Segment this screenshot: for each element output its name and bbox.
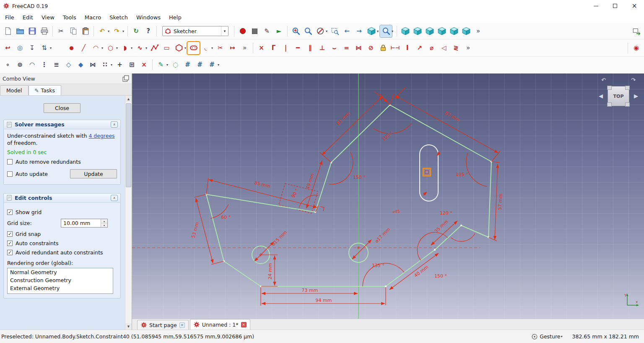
dimension-labels[interactable]: 85 mm 53 mm 60 ° 90 ° 49 mm 81 mm 87 mm … xyxy=(190,110,504,303)
point-on-object-constraint-button[interactable]: Γ xyxy=(267,42,280,54)
menu-view[interactable]: View xyxy=(37,12,59,23)
scroll-down-icon[interactable]: ▼ xyxy=(125,323,132,330)
sketch-ops-dropdown-icon[interactable]: ▾ xyxy=(49,46,53,50)
menu-edit[interactable]: Edit xyxy=(18,12,37,23)
vertical-constraint-button[interactable]: | xyxy=(280,42,292,54)
zoom-selection-dropdown-icon[interactable]: ▾ xyxy=(390,29,395,33)
rotate-right-icon[interactable]: ↷ xyxy=(631,77,636,83)
show-grid-checkbox[interactable]: ✓ xyxy=(7,209,13,215)
grid-dropdown-icon[interactable]: ▾ xyxy=(216,63,221,67)
macro-edit-button[interactable]: ✎ xyxy=(261,25,273,37)
copy-button[interactable] xyxy=(67,25,79,37)
view-sketch-button[interactable]: ◎ xyxy=(14,42,26,54)
tab-start-page[interactable]: Start page × xyxy=(137,320,189,330)
3d-viewport[interactable]: 85 mm 53 mm 60 ° 90 ° 49 mm 81 mm 87 mm … xyxy=(132,73,644,319)
show-internal-geometry-button[interactable]: ◆ xyxy=(75,59,87,71)
auto-remove-redundants-checkbox[interactable] xyxy=(7,159,13,165)
forward-view-button[interactable]: → xyxy=(353,25,365,37)
geometry-overflow[interactable]: » xyxy=(239,42,251,54)
rendering-order-list[interactable]: Normal Geometry Construction Geometry Ex… xyxy=(7,268,113,294)
menu-sketch[interactable]: Sketch xyxy=(105,12,132,23)
macro-record-button[interactable] xyxy=(236,25,249,37)
new-file-button[interactable] xyxy=(2,25,14,37)
sync-view-button[interactable] xyxy=(630,25,642,37)
point-tool-button[interactable]: ● xyxy=(65,42,78,54)
origin-point[interactable] xyxy=(357,246,360,249)
extend-tool-button[interactable]: ↦ xyxy=(226,42,239,54)
tangent-constraint-button[interactable]: ⌣ xyxy=(328,42,340,54)
sketch-canvas[interactable]: 85 mm 53 mm 60 ° 90 ° 49 mm 81 mm 87 mm … xyxy=(132,73,644,319)
update-button[interactable]: Update xyxy=(70,169,117,178)
top-view-button[interactable] xyxy=(411,25,423,37)
solver-messages-header[interactable]: Solver messages ∧ xyxy=(4,120,120,129)
rectangular-array-button[interactable]: ⊞ xyxy=(126,59,138,71)
front-view-button[interactable] xyxy=(399,25,411,37)
scrollbar-thumb[interactable] xyxy=(126,103,131,187)
nav-cube-top-face[interactable]: TOP xyxy=(608,86,629,106)
panel-scrollbar[interactable]: ▲ ▼ xyxy=(125,96,132,330)
trim-tool-button[interactable]: ✂ xyxy=(214,42,226,54)
polygon-dropdown-icon[interactable]: ▾ xyxy=(183,46,187,50)
tab-unnamed-document[interactable]: Unnamed : 1* × xyxy=(190,319,250,330)
grid-size-up-icon[interactable]: ▴ xyxy=(101,219,107,223)
left-view-button[interactable] xyxy=(460,25,472,37)
grid-size-input[interactable]: 10.00 mm ▴ ▾ xyxy=(61,219,108,228)
connect-edges-button[interactable]: ◠ xyxy=(26,59,38,71)
float-panel-icon[interactable] xyxy=(122,75,129,82)
selected-element-marker[interactable] xyxy=(423,168,431,176)
grid-snap-checkbox[interactable]: ✓ xyxy=(7,231,13,237)
select-constraints-button[interactable]: ⋮ xyxy=(38,59,50,71)
print-button[interactable] xyxy=(38,25,50,37)
perpendicular-constraint-button[interactable]: ⊥ xyxy=(316,42,328,54)
leave-sketch-button[interactable]: ↩ xyxy=(2,42,14,54)
nav-right-arrow-icon[interactable]: ▶ xyxy=(634,93,638,99)
menu-file[interactable]: File xyxy=(1,12,18,23)
close-unnamed-tab-icon[interactable]: × xyxy=(241,322,247,327)
edit-controls-header[interactable]: Edit controls ∧ xyxy=(4,194,120,203)
list-item[interactable]: Construction Geometry xyxy=(8,276,113,284)
construction-rectangle[interactable] xyxy=(279,183,318,213)
refresh-button[interactable]: ↻ xyxy=(130,25,142,37)
maximize-button[interactable] xyxy=(605,0,625,12)
circle-dropdown-icon[interactable]: ▾ xyxy=(115,46,119,50)
menu-macro[interactable]: Macro xyxy=(80,12,105,23)
whats-this-button[interactable]: ? xyxy=(142,25,154,37)
close-start-tab-icon[interactable]: × xyxy=(179,322,185,328)
block-constraint-button[interactable]: ⊘ xyxy=(365,42,377,54)
close-window-button[interactable]: × xyxy=(625,0,644,12)
slot-tool-button[interactable] xyxy=(187,42,200,54)
bspline-dropdown-icon[interactable]: ▾ xyxy=(144,46,148,50)
horizontal-constraint-button[interactable]: ━ xyxy=(292,42,304,54)
vertical-distance-constraint-button[interactable]: Ⅰ xyxy=(401,42,413,54)
navigation-style-dropdown[interactable]: Gesture ▾ xyxy=(540,333,564,340)
snell-law-constraint-button[interactable]: ≷ xyxy=(450,42,462,54)
view-toolbar-overflow[interactable]: » xyxy=(472,25,484,37)
distance-constraint-button[interactable]: ↗ xyxy=(413,42,426,54)
close-shape-button[interactable]: ⊚ xyxy=(14,59,26,71)
navigation-cube[interactable]: ↶ ↷ ◀ ▶ TOP xyxy=(600,79,636,115)
parallel-constraint-button[interactable]: ∥ xyxy=(304,42,316,54)
list-item[interactable]: External Geometry xyxy=(8,284,113,292)
coincident-constraint-button[interactable]: × xyxy=(255,42,267,54)
right-view-button[interactable] xyxy=(423,25,436,37)
rotate-left-icon[interactable]: ↶ xyxy=(601,77,606,83)
select-elements-button[interactable]: ≡ xyxy=(50,59,62,71)
macro-play-button[interactable]: ► xyxy=(273,25,285,37)
grid-size-down-icon[interactable]: ▾ xyxy=(101,223,107,227)
list-item[interactable]: Normal Geometry xyxy=(8,268,113,276)
horizontal-distance-constraint-button[interactable]: ⊢⊣ xyxy=(389,42,401,54)
nav-cube-corner[interactable] xyxy=(625,102,630,107)
nav-style-caret-icon[interactable]: ▾ xyxy=(560,335,564,338)
lock-constraint-button[interactable] xyxy=(377,42,389,54)
nav-cube-corner[interactable] xyxy=(607,102,612,107)
constraints-overflow[interactable]: » xyxy=(462,42,474,54)
axonometric-dropdown-icon[interactable]: ▾ xyxy=(376,29,380,33)
redo-dropdown-icon[interactable]: ▾ xyxy=(121,29,125,33)
minimize-button[interactable] xyxy=(586,0,605,12)
sketch-vertices[interactable] xyxy=(205,104,492,287)
auto-constraints-checkbox[interactable]: ✓ xyxy=(7,241,13,246)
fillet-dropdown-icon[interactable]: ▾ xyxy=(210,46,214,50)
box-selection-button[interactable] xyxy=(329,25,341,37)
draw-style-dropdown-icon[interactable]: ▾ xyxy=(325,29,329,33)
avoid-redundant-checkbox[interactable]: ✓ xyxy=(7,250,13,255)
